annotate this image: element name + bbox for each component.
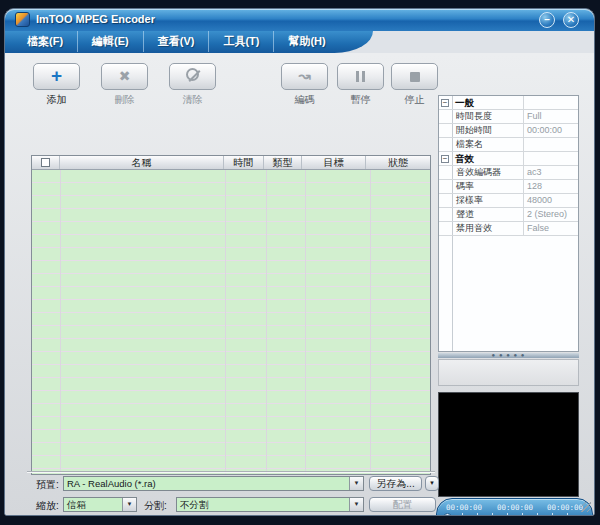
menu-tools[interactable]: 工具(T) (208, 31, 273, 52)
split-label: 分割: (144, 499, 167, 513)
resize-grip-icon[interactable] (581, 502, 591, 512)
file-list[interactable]: 名稱 時間 類型 目標 狀態 (31, 155, 431, 475)
time-current: 00:00:00 (497, 503, 533, 512)
column-type[interactable]: 類型 (264, 156, 302, 169)
zoom-label: 縮放: (36, 499, 59, 513)
panel-splitter[interactable]: ● ● ● ● ● (438, 353, 579, 358)
title-bar[interactable]: ImTOO MPEG Encoder – ✕ (5, 9, 594, 31)
config-button[interactable]: 配置 (369, 497, 436, 512)
property-row[interactable]: 時間長度 Full (439, 110, 578, 124)
save-as-button[interactable]: 另存為... (369, 476, 422, 491)
save-as-dropdown-button[interactable]: ▼ (425, 476, 439, 491)
zoom-combobox[interactable]: 信箱 ▼ (63, 497, 137, 512)
encode-button[interactable]: ↝ (281, 63, 328, 90)
add-button-label: 添加 (33, 93, 80, 107)
column-time[interactable]: 時間 (224, 156, 264, 169)
minimize-button[interactable]: – (539, 12, 555, 28)
column-divider (60, 170, 61, 474)
preset-label: 預置: (36, 478, 59, 492)
close-button[interactable]: ✕ (563, 12, 579, 28)
column-status[interactable]: 狀態 (366, 156, 430, 169)
property-row[interactable]: 開始時間 00:00:00 (439, 124, 578, 138)
time-total: 00:00:00 (547, 503, 583, 512)
property-grid[interactable]: − 一般 時間長度 Full 開始時間 00:00:00 檔案名 − 音效 音效… (438, 95, 579, 352)
property-row[interactable]: 禁用音效 False (439, 222, 578, 236)
encode-arrow-icon: ↝ (298, 67, 311, 84)
clear-button-label: 清除 (169, 93, 216, 107)
preset-combobox[interactable]: RA - RealAudio (*.ra) ▼ (63, 476, 364, 491)
menu-help[interactable]: 幫助(H) (273, 31, 339, 52)
add-button[interactable]: + (33, 63, 80, 90)
delete-button-label: 刪除 (101, 93, 148, 107)
property-group-general[interactable]: − 一般 (439, 96, 578, 110)
add-plus-icon: + (51, 65, 62, 86)
collapse-minus-icon[interactable]: − (441, 99, 449, 107)
clear-block-icon (186, 68, 199, 81)
pause-button-label: 暫停 (337, 93, 384, 107)
delete-button[interactable]: ✖ (101, 63, 148, 90)
column-divider (225, 170, 226, 474)
select-all-column[interactable] (32, 156, 60, 169)
menu-file[interactable]: 檔案(F) (13, 31, 77, 52)
file-list-header: 名稱 時間 類型 目標 狀態 (32, 156, 430, 170)
column-divider (266, 170, 267, 474)
property-row[interactable]: 音效編碼器 ac3 (439, 166, 578, 180)
column-name[interactable]: 名稱 (60, 156, 224, 169)
property-description-box (438, 359, 579, 386)
property-group-audio[interactable]: − 音效 (439, 152, 578, 166)
dropdown-arrow-icon[interactable]: ▼ (349, 477, 363, 490)
property-row[interactable]: 聲道 2 (Stereo) (439, 208, 578, 222)
window-title: ImTOO MPEG Encoder (36, 13, 155, 25)
clear-button[interactable] (169, 63, 216, 90)
select-all-checkbox[interactable] (41, 158, 50, 167)
split-combobox[interactable]: 不分割 ▼ (176, 497, 364, 512)
encode-button-label: 編碼 (281, 93, 328, 107)
menu-edit[interactable]: 編輯(E) (77, 31, 143, 52)
dropdown-arrow-icon[interactable]: ▼ (122, 498, 136, 511)
column-target[interactable]: 目標 (302, 156, 366, 169)
pause-button[interactable] (337, 63, 384, 90)
player-bar: 00:00:00 00:00:00 00:00:00 ◀◀ ▶ ▮▮ ■ ▶▶ (436, 498, 593, 516)
menu-bar: 檔案(F) 編輯(E) 查看(V) 工具(T) 幫助(H) (5, 31, 373, 53)
column-divider (370, 170, 371, 474)
collapse-minus-icon[interactable]: − (441, 155, 449, 163)
panel-divider (27, 471, 435, 473)
dropdown-arrow-icon[interactable]: ▼ (349, 498, 363, 511)
stop-square-icon (410, 72, 420, 82)
seek-ticks (447, 513, 582, 516)
property-row[interactable]: 檔案名 (439, 138, 578, 152)
seek-knob[interactable] (443, 513, 452, 516)
stop-button-label: 停止 (391, 93, 438, 107)
time-elapsed: 00:00:00 (446, 503, 482, 512)
app-icon (15, 12, 30, 27)
property-row[interactable]: 碼率 128 (439, 180, 578, 194)
content-area: + 添加 ✖ 刪除 清除 ↝ 編碼 暫停 停止 名稱 時間 類型 目標 狀態 (5, 53, 594, 515)
column-divider (305, 170, 306, 474)
video-preview (438, 392, 579, 497)
pause-bars-icon (355, 68, 367, 85)
property-row[interactable]: 採樣率 48000 (439, 194, 578, 208)
delete-x-icon: ✖ (119, 68, 131, 84)
menu-view[interactable]: 查看(V) (143, 31, 209, 52)
stop-button[interactable] (391, 63, 438, 90)
app-window: ImTOO MPEG Encoder – ✕ 檔案(F) 編輯(E) 查看(V)… (4, 8, 595, 516)
